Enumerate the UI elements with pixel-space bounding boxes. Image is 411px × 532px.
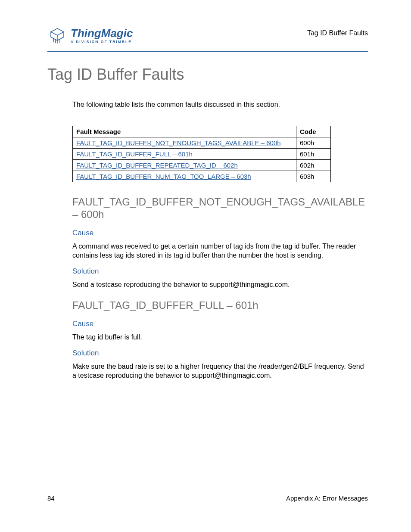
fault-heading: FAULT_TAG_ID_BUFFER_FULL – 601h — [72, 299, 368, 312]
fault-link[interactable]: FAULT_TAG_ID_BUFFER_NOT_ENOUGH_TAGS_AVAI… — [76, 139, 281, 146]
header-section-title: Tag ID Buffer Faults — [307, 29, 368, 37]
cause-text: A command was received to get a certain … — [72, 242, 368, 260]
cause-label: Cause — [72, 320, 368, 328]
table-row: FAULT_TAG_ID_BUFFER_FULL – 601h 601h — [73, 149, 331, 160]
page-title: Tag ID Buffer Faults — [47, 65, 368, 84]
solution-text: Make sure the baud rate is set to a high… — [72, 362, 368, 380]
fault-heading: FAULT_TAG_ID_BUFFER_NOT_ENOUGH_TAGS_AVAI… — [72, 196, 368, 221]
appendix-label: Appendix A: Error Messages — [286, 495, 368, 502]
solution-label: Solution — [72, 267, 368, 276]
solution-label: Solution — [72, 349, 368, 358]
page-header: ThingMagic A DIVISION OF TRIMBLE Tag ID … — [47, 26, 368, 52]
logo-text-sub: A DIVISION OF TRIMBLE — [71, 40, 133, 44]
table-header-code: Code — [296, 126, 331, 137]
table-row: FAULT_TAG_ID_BUFFER_NUM_TAG_TOO_LARGE – … — [73, 171, 331, 182]
table-row: FAULT_TAG_ID_BUFFER_REPEATED_TAG_ID – 60… — [73, 160, 331, 171]
fault-link[interactable]: FAULT_TAG_ID_BUFFER_NUM_TAG_TOO_LARGE – … — [76, 173, 251, 180]
faults-table: Fault Message Code FAULT_TAG_ID_BUFFER_N… — [72, 126, 331, 182]
cause-text: The tag id buffer is full. — [72, 333, 368, 342]
logo-icon — [47, 26, 67, 46]
solution-text: Send a testcase reproducing the behavior… — [72, 280, 368, 289]
table-header-message: Fault Message — [73, 126, 296, 137]
logo-text-main: ThingMagic — [71, 28, 133, 39]
fault-link[interactable]: FAULT_TAG_ID_BUFFER_FULL – 601h — [76, 150, 193, 158]
fault-link[interactable]: FAULT_TAG_ID_BUFFER_REPEATED_TAG_ID – 60… — [76, 162, 238, 169]
cause-label: Cause — [72, 229, 368, 237]
table-row: FAULT_TAG_ID_BUFFER_NOT_ENOUGH_TAGS_AVAI… — [73, 137, 331, 149]
intro-text: The following table lists the common fau… — [72, 101, 368, 109]
fault-code: 603h — [296, 171, 331, 182]
fault-code: 602h — [296, 160, 331, 171]
fault-code: 600h — [296, 137, 331, 149]
page-number: 84 — [47, 495, 55, 502]
logo: ThingMagic A DIVISION OF TRIMBLE — [47, 26, 133, 46]
fault-code: 601h — [296, 149, 331, 160]
page-footer: 84 Appendix A: Error Messages — [47, 490, 368, 502]
